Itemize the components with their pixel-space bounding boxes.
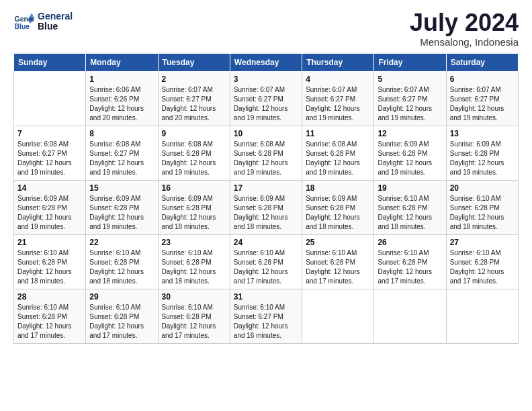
header-friday: Friday <box>374 54 446 72</box>
location: Mensalong, Indonesia <box>410 36 519 48</box>
day-info: Sunrise: 6:10 AM Sunset: 6:28 PM Dayligh… <box>89 303 154 340</box>
day-number: 17 <box>234 183 298 193</box>
day-cell: 5Sunrise: 6:07 AM Sunset: 6:27 PM Daylig… <box>374 72 446 126</box>
day-number: 22 <box>89 238 154 247</box>
day-number: 18 <box>306 183 370 193</box>
header-row: Sunday Monday Tuesday Wednesday Thursday… <box>14 54 519 72</box>
day-cell: 13Sunrise: 6:09 AM Sunset: 6:28 PM Dayli… <box>446 126 518 181</box>
day-info: Sunrise: 6:07 AM Sunset: 6:27 PM Dayligh… <box>162 85 226 123</box>
day-number: 2 <box>162 75 226 84</box>
day-cell: 8Sunrise: 6:08 AM Sunset: 6:27 PM Daylig… <box>86 126 158 181</box>
day-number: 14 <box>17 183 82 193</box>
day-info: Sunrise: 6:09 AM Sunset: 6:28 PM Dayligh… <box>89 194 154 232</box>
day-cell: 19Sunrise: 6:10 AM Sunset: 6:28 PM Dayli… <box>374 181 446 235</box>
day-cell: 4Sunrise: 6:07 AM Sunset: 6:27 PM Daylig… <box>302 72 374 126</box>
day-cell: 3Sunrise: 6:07 AM Sunset: 6:27 PM Daylig… <box>230 72 302 126</box>
day-info: Sunrise: 6:10 AM Sunset: 6:28 PM Dayligh… <box>378 194 442 232</box>
day-number: 28 <box>17 292 82 302</box>
day-number: 30 <box>162 292 226 302</box>
day-cell <box>14 72 86 126</box>
day-cell: 20Sunrise: 6:10 AM Sunset: 6:28 PM Dayli… <box>446 181 518 235</box>
day-number: 12 <box>378 129 442 138</box>
day-number: 4 <box>306 75 370 84</box>
day-number: 23 <box>162 238 226 247</box>
day-number: 19 <box>378 183 442 193</box>
day-info: Sunrise: 6:10 AM Sunset: 6:28 PM Dayligh… <box>378 248 442 286</box>
day-number: 29 <box>89 292 154 302</box>
day-number: 24 <box>234 238 298 247</box>
day-info: Sunrise: 6:09 AM Sunset: 6:28 PM Dayligh… <box>378 140 442 177</box>
day-info: Sunrise: 6:10 AM Sunset: 6:28 PM Dayligh… <box>234 248 298 286</box>
day-info: Sunrise: 6:07 AM Sunset: 6:27 PM Dayligh… <box>450 85 515 123</box>
day-cell: 9Sunrise: 6:08 AM Sunset: 6:28 PM Daylig… <box>158 126 230 181</box>
day-cell: 11Sunrise: 6:08 AM Sunset: 6:28 PM Dayli… <box>302 126 374 181</box>
day-number: 25 <box>306 238 370 247</box>
header-monday: Monday <box>86 54 158 72</box>
day-cell: 26Sunrise: 6:10 AM Sunset: 6:28 PM Dayli… <box>374 235 446 289</box>
day-info: Sunrise: 6:07 AM Sunset: 6:27 PM Dayligh… <box>378 85 442 123</box>
page: General Blue General Blue July 2024 Mens… <box>0 0 532 411</box>
header-sunday: Sunday <box>14 54 86 72</box>
day-info: Sunrise: 6:08 AM Sunset: 6:28 PM Dayligh… <box>234 140 298 177</box>
week-row-5: 28Sunrise: 6:10 AM Sunset: 6:28 PM Dayli… <box>14 289 519 344</box>
week-row-4: 21Sunrise: 6:10 AM Sunset: 6:28 PM Dayli… <box>14 235 519 289</box>
day-cell: 30Sunrise: 6:10 AM Sunset: 6:28 PM Dayli… <box>158 289 230 344</box>
day-number: 20 <box>450 183 515 193</box>
day-info: Sunrise: 6:10 AM Sunset: 6:28 PM Dayligh… <box>162 303 226 340</box>
day-cell: 16Sunrise: 6:09 AM Sunset: 6:28 PM Dayli… <box>158 181 230 235</box>
day-info: Sunrise: 6:10 AM Sunset: 6:27 PM Dayligh… <box>234 303 298 340</box>
day-number: 3 <box>234 75 298 84</box>
day-cell: 17Sunrise: 6:09 AM Sunset: 6:28 PM Dayli… <box>230 181 302 235</box>
day-info: Sunrise: 6:10 AM Sunset: 6:28 PM Dayligh… <box>306 248 370 286</box>
day-number: 26 <box>378 238 442 247</box>
day-cell: 7Sunrise: 6:08 AM Sunset: 6:27 PM Daylig… <box>14 126 86 181</box>
day-info: Sunrise: 6:10 AM Sunset: 6:28 PM Dayligh… <box>17 248 82 286</box>
week-row-2: 7Sunrise: 6:08 AM Sunset: 6:27 PM Daylig… <box>14 126 519 181</box>
day-cell: 24Sunrise: 6:10 AM Sunset: 6:28 PM Dayli… <box>230 235 302 289</box>
day-info: Sunrise: 6:09 AM Sunset: 6:28 PM Dayligh… <box>450 140 515 177</box>
day-info: Sunrise: 6:09 AM Sunset: 6:28 PM Dayligh… <box>234 194 298 232</box>
day-info: Sunrise: 6:08 AM Sunset: 6:27 PM Dayligh… <box>89 140 154 177</box>
day-info: Sunrise: 6:10 AM Sunset: 6:28 PM Dayligh… <box>162 248 226 286</box>
day-info: Sunrise: 6:10 AM Sunset: 6:28 PM Dayligh… <box>89 248 154 286</box>
day-info: Sunrise: 6:08 AM Sunset: 6:27 PM Dayligh… <box>17 140 82 177</box>
week-row-3: 14Sunrise: 6:09 AM Sunset: 6:28 PM Dayli… <box>14 181 519 235</box>
header: General Blue General Blue July 2024 Mens… <box>13 11 519 48</box>
header-saturday: Saturday <box>446 54 518 72</box>
day-cell: 29Sunrise: 6:10 AM Sunset: 6:28 PM Dayli… <box>86 289 158 344</box>
day-info: Sunrise: 6:09 AM Sunset: 6:28 PM Dayligh… <box>162 194 226 232</box>
day-cell: 14Sunrise: 6:09 AM Sunset: 6:28 PM Dayli… <box>14 181 86 235</box>
day-info: Sunrise: 6:06 AM Sunset: 6:26 PM Dayligh… <box>89 85 154 123</box>
day-number: 15 <box>89 183 154 193</box>
logo-text: General Blue <box>38 11 73 32</box>
day-info: Sunrise: 6:09 AM Sunset: 6:28 PM Dayligh… <box>17 194 82 232</box>
day-info: Sunrise: 6:08 AM Sunset: 6:28 PM Dayligh… <box>306 140 370 177</box>
day-number: 27 <box>450 238 515 247</box>
day-number: 5 <box>378 75 442 84</box>
day-info: Sunrise: 6:07 AM Sunset: 6:27 PM Dayligh… <box>234 85 298 123</box>
day-number: 7 <box>17 129 82 138</box>
day-cell: 6Sunrise: 6:07 AM Sunset: 6:27 PM Daylig… <box>446 72 518 126</box>
day-number: 16 <box>162 183 226 193</box>
day-info: Sunrise: 6:07 AM Sunset: 6:27 PM Dayligh… <box>306 85 370 123</box>
week-row-1: 1Sunrise: 6:06 AM Sunset: 6:26 PM Daylig… <box>14 72 519 126</box>
logo: General Blue General Blue <box>13 11 73 32</box>
day-number: 8 <box>89 129 154 138</box>
day-number: 6 <box>450 75 515 84</box>
header-wednesday: Wednesday <box>230 54 302 72</box>
month-title: July 2024 <box>410 11 519 35</box>
day-number: 1 <box>89 75 154 84</box>
day-cell: 23Sunrise: 6:10 AM Sunset: 6:28 PM Dayli… <box>158 235 230 289</box>
svg-text:Blue: Blue <box>15 23 30 30</box>
day-cell: 25Sunrise: 6:10 AM Sunset: 6:28 PM Dayli… <box>302 235 374 289</box>
day-info: Sunrise: 6:10 AM Sunset: 6:28 PM Dayligh… <box>450 194 515 232</box>
day-cell: 12Sunrise: 6:09 AM Sunset: 6:28 PM Dayli… <box>374 126 446 181</box>
header-thursday: Thursday <box>302 54 374 72</box>
day-cell: 27Sunrise: 6:10 AM Sunset: 6:28 PM Dayli… <box>446 235 518 289</box>
day-cell: 10Sunrise: 6:08 AM Sunset: 6:28 PM Dayli… <box>230 126 302 181</box>
day-number: 10 <box>234 129 298 138</box>
day-number: 13 <box>450 129 515 138</box>
day-number: 9 <box>162 129 226 138</box>
logo-icon: General Blue <box>13 11 35 32</box>
day-number: 11 <box>306 129 370 138</box>
